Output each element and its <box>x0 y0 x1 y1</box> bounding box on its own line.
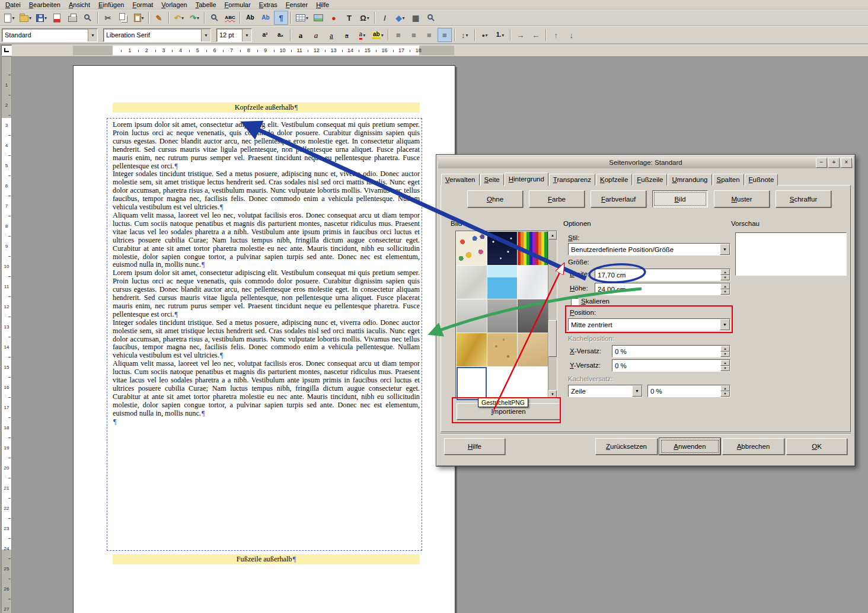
tab-hintergrund[interactable]: Hintergrund <box>505 173 548 186</box>
paragraph-space-increase-icon[interactable]: ↑ <box>549 28 563 42</box>
zoom-icon[interactable] <box>424 11 438 25</box>
spin-down-icon[interactable]: ▼ <box>720 366 730 372</box>
field-shading-icon[interactable]: Ab <box>259 11 273 25</box>
menu-format[interactable]: Format <box>128 1 157 8</box>
align-justify-icon[interactable]: ≡ <box>438 28 452 42</box>
insert-table-icon[interactable]: ▾ <box>294 11 310 25</box>
menu-hilfe[interactable]: Hilfe <box>312 1 333 8</box>
insert-line-icon[interactable]: / <box>378 11 392 25</box>
close-button[interactable]: × <box>841 158 852 168</box>
bullet-list-icon[interactable]: •▾ <box>478 28 492 42</box>
italic-icon[interactable]: a <box>309 28 323 42</box>
tab-umrandung[interactable]: Umrandung <box>668 174 711 186</box>
align-left-icon[interactable]: ≡ <box>391 28 406 42</box>
paragraph[interactable]: Aliquam velit massa, laoreet vel leo nec… <box>113 212 420 269</box>
kachelversatz-field[interactable]: 0 % ▲▼ <box>647 385 730 397</box>
chevron-down-icon[interactable]: ▼ <box>720 244 730 255</box>
tab-kopfzeile[interactable]: Kopfzeile <box>596 174 632 186</box>
undo-icon[interactable]: ↶▾ <box>172 11 186 25</box>
scroll-down-icon[interactable]: ▼ <box>548 390 557 398</box>
redo-icon[interactable]: ↷▾ <box>187 11 202 25</box>
find-replace-icon[interactable] <box>208 11 222 25</box>
print-icon[interactable] <box>65 11 79 25</box>
autocorrect-icon[interactable]: Ab <box>243 11 257 25</box>
formatting-marks-icon[interactable]: ¶ <box>274 11 288 25</box>
scroll-up-icon[interactable]: ▲ <box>548 231 557 240</box>
page-footer[interactable]: Fußzeile außerhalb¶ <box>113 554 420 564</box>
position-select[interactable]: Mitte zentriert ▼ <box>568 318 730 331</box>
paragraph[interactable]: Lorem ipsum dolor sit amet, consectetur … <box>113 121 420 170</box>
chevron-down-icon[interactable]: ▼ <box>201 29 210 41</box>
spin-down-icon[interactable]: ▼ <box>720 352 730 357</box>
tab-verwalten[interactable]: Verwalten <box>441 174 480 186</box>
new-document-icon[interactable]: ▾ <box>2 11 17 25</box>
gallery-item-gold[interactable] <box>457 333 487 366</box>
tab-spalten[interactable]: Spalten <box>713 174 744 186</box>
type-farbe-button[interactable]: Farbe <box>529 190 585 207</box>
type-ohne-button[interactable]: Ohne <box>467 190 523 207</box>
chevron-down-icon[interactable]: ▾ <box>465 33 468 38</box>
paragraph[interactable]: Aliquam velit massa, laoreet vel leo nec… <box>113 360 420 417</box>
bold-icon[interactable]: a <box>293 28 308 42</box>
dialog-titlebar[interactable]: Seitenvorlage: Standard − + × <box>438 157 853 168</box>
chevron-down-icon[interactable]: ▾ <box>502 33 504 38</box>
gallery-item-stripes[interactable] <box>518 232 548 265</box>
gallery-scrollbar[interactable]: ▲ ▼ <box>548 231 557 398</box>
chevron-down-icon[interactable]: ▾ <box>44 15 47 21</box>
breite-field[interactable]: 17,70 cm ▲▼ <box>595 269 730 281</box>
gallery-item-flowers[interactable] <box>457 232 487 265</box>
tab-fusszeile[interactable]: Fußzeile <box>633 174 667 186</box>
gallery-item-sand2[interactable] <box>518 333 548 366</box>
open-file-icon[interactable]: ▾ <box>18 11 33 25</box>
vertical-ruler[interactable]: 1234567891011121314151617181920212223242… <box>1 56 12 613</box>
chevron-down-icon[interactable]: ▾ <box>485 33 487 38</box>
scrollbar-thumb[interactable] <box>548 320 557 357</box>
ok-button[interactable]: OK <box>786 438 847 455</box>
zuruecksetzen-button[interactable]: Zurücksetzen <box>595 438 658 455</box>
chevron-down-icon[interactable]: ▼ <box>242 29 251 41</box>
anwenden-button[interactable]: Anwenden <box>659 438 720 455</box>
hilfe-button[interactable]: Hilfe <box>444 438 505 455</box>
chevron-down-icon[interactable]: ▾ <box>367 15 369 21</box>
tab-fussnote[interactable]: Fußnote <box>745 174 778 186</box>
paragraph-style-select[interactable]: Standard ▼ <box>2 28 98 42</box>
save-icon[interactable]: ▾ <box>34 11 49 25</box>
export-pdf-icon[interactable] <box>50 11 64 25</box>
tab-seite[interactable]: Seite <box>480 174 504 186</box>
paragraph[interactable]: Integer sodales tincidunt tristique. Sed… <box>113 170 420 212</box>
align-center-icon[interactable]: ≡ <box>407 28 421 42</box>
superscript-icon[interactable]: a² <box>258 28 272 42</box>
paragraph-space-decrease-icon[interactable]: ↓ <box>564 28 579 42</box>
decrease-indent-icon[interactable]: ← <box>529 28 543 42</box>
subscript-icon[interactable]: a₂ <box>273 28 288 42</box>
cut-icon[interactable]: ✂ <box>101 11 115 25</box>
spin-down-icon[interactable]: ▼ <box>720 391 730 397</box>
gallery-item-marble-white[interactable] <box>518 266 548 299</box>
print-preview-icon[interactable] <box>81 11 95 25</box>
increase-indent-icon[interactable]: → <box>513 28 528 42</box>
gallery-item-stone-light[interactable] <box>457 299 487 333</box>
menu-formular[interactable]: Formular <box>221 1 255 8</box>
type-bild-button[interactable]: Bild <box>652 190 708 207</box>
line-spacing-icon[interactable]: ↕▾ <box>458 28 472 42</box>
chevron-down-icon[interactable]: ▾ <box>403 15 405 21</box>
y-versatz-field[interactable]: 0 % ▲▼ <box>612 359 730 372</box>
menu-datei[interactable]: Datei <box>1 1 25 8</box>
gallery-item-sand[interactable] <box>487 333 518 366</box>
spin-up-icon[interactable]: ▲ <box>720 269 730 275</box>
kachelversatz-mode-select[interactable]: Zeile ▼ <box>568 385 643 397</box>
menu-vorlagen[interactable]: Vorlagen <box>157 1 191 8</box>
abbrechen-button[interactable]: Abbrechen <box>722 438 784 455</box>
menu-bearbeiten[interactable]: Bearbeiten <box>25 1 65 8</box>
paste-icon[interactable]: ▾ <box>132 11 146 25</box>
gallery-item-white[interactable] <box>457 367 487 400</box>
spelling-icon[interactable]: ABC <box>223 11 237 25</box>
menu-extras[interactable]: Extras <box>255 1 282 8</box>
paragraph[interactable]: ¶ <box>113 418 420 426</box>
maximize-button[interactable]: + <box>828 158 840 168</box>
spin-down-icon[interactable]: ▼ <box>720 275 730 281</box>
font-size-select[interactable]: 12 pt ▼ <box>216 28 252 42</box>
paragraph[interactable]: Lorem ipsum dolor sit amet, consectetur … <box>113 269 420 318</box>
type-farbverlauf-button[interactable]: Farbverlauf <box>591 190 646 207</box>
document-page[interactable]: Kopfzeile außerhalb¶ Lorem ipsum dolor s… <box>73 65 455 613</box>
